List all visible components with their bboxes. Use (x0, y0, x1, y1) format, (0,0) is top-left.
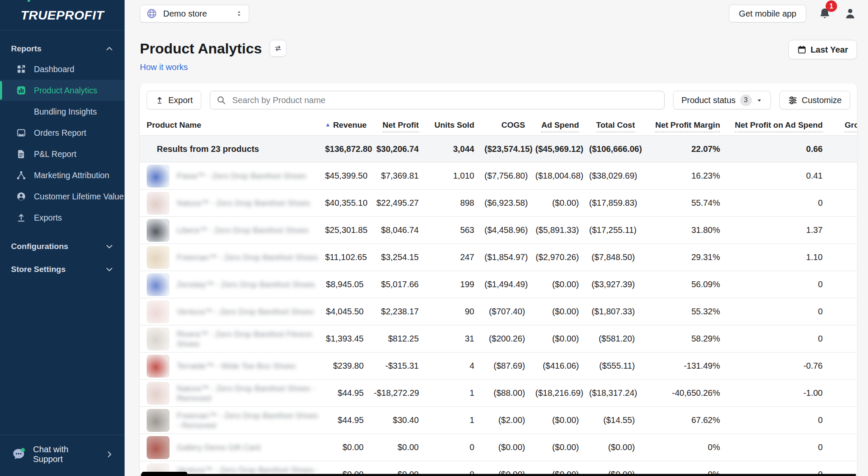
column-label: Gross Profit (845, 120, 857, 132)
cell-net-profit-on-ad-spend: 0 (725, 298, 828, 325)
cell-total-cost: ($38,029.69) (584, 162, 640, 190)
cell-units-sold: 0 (424, 434, 479, 461)
cell-cogs: ($6,923.58) (479, 190, 530, 217)
sidebar-item-exports[interactable]: Exports (0, 207, 125, 228)
refresh-button[interactable] (270, 40, 287, 57)
product-cell: Pawa™ - Zero Drop Barefoot Shoes (140, 162, 320, 190)
sidebar-item-product-analytics[interactable]: Product Analytics (0, 80, 125, 101)
summary-units-sold: 3,044 (424, 136, 479, 162)
cell-total-cost: ($3,927.39) (584, 271, 640, 298)
sidebar-item-customer-lifetime-value[interactable]: Customer Lifetime Value (0, 186, 125, 207)
column-label: Units Sold (434, 120, 474, 129)
sidebar-item-label: P&L Report (34, 149, 76, 159)
column-header-units-sold[interactable]: Units Sold (424, 115, 479, 136)
horizontal-scrollbar-track[interactable] (141, 474, 856, 476)
cell-net-profit-margin: 29.31% (640, 244, 725, 271)
notifications-button[interactable]: 1 (818, 7, 832, 20)
sidebar-item-marketing-attribution[interactable]: Marketing Attribution (0, 165, 125, 186)
product-name: Rivera™ - Zero Drop Barefoot Fitness Sho… (177, 329, 320, 349)
sidebar-section-store-settings[interactable]: Store Settings (0, 265, 125, 274)
get-mobile-app-button[interactable]: Get mobile app (729, 5, 806, 22)
column-header-product-name[interactable]: Product Name (140, 115, 320, 136)
table-row[interactable]: Libera™ - Zero Drop Barefoot Shoes$25,30… (140, 217, 857, 244)
column-header-gross-profit[interactable]: Gross Profit (828, 115, 857, 136)
summary-net-profit-margin: 22.07% (640, 136, 725, 162)
column-header-ad-spend[interactable]: Ad Spend (530, 115, 584, 136)
table-row[interactable]: Gallery Demo Gift Card$0.00$0.000($0.00)… (140, 434, 857, 461)
cell-ad-spend: ($18,004.68) (530, 162, 584, 190)
account-avatar-button[interactable] (843, 7, 857, 20)
cell-net-profit: -$18,272.29 (369, 380, 424, 407)
column-header-total-cost[interactable]: Total Cost (584, 115, 640, 136)
product-thumbnail (147, 436, 170, 459)
table-row[interactable]: Pawa™ - Zero Drop Barefoot Shoes$45,399.… (140, 162, 857, 190)
table-row[interactable]: Zenstep™ - Zero Drop Barefoot Shoes$8,94… (140, 271, 857, 298)
summary-net-profit-on-ad-spend: 0.66 (725, 136, 828, 162)
product-cell: Zenstep™ - Zero Drop Barefoot Shoes (140, 271, 320, 298)
summary-row: Results from 23 products$136,872.80$30,2… (140, 136, 857, 162)
cell-gross (828, 271, 857, 298)
customize-button[interactable]: Customize (779, 91, 850, 109)
horizontal-scrollbar-thumb[interactable] (142, 472, 187, 476)
product-name: Natura™ - Zero Drop Barefoot Shoes - Rem… (177, 384, 320, 403)
cell-revenue: $4,045.50 (320, 298, 369, 325)
cell-net-profit-margin: 55.32% (640, 298, 725, 325)
cell-total-cost: ($555.11) (584, 353, 640, 380)
sidebar-section-reports[interactable]: Reports (0, 44, 125, 53)
product-cell: Natura™ - Zero Drop Barefoot Shoes - Rem… (140, 380, 320, 407)
table-row[interactable]: Freeman™ - Zero Drop Barefoot Shoes - Re… (140, 407, 857, 434)
clv-icon (16, 191, 27, 202)
store-selector[interactable]: Demo store (140, 5, 249, 22)
trueprofit-logo-text: TRUEPROFIT (21, 8, 104, 22)
product-name: Gallery Demo Gift Card (177, 442, 260, 452)
cell-ad-spend: ($18,216.69) (530, 380, 584, 407)
cell-units-sold: 1 (424, 407, 479, 434)
product-status-filter[interactable]: Product status 3 (673, 91, 771, 109)
table-row[interactable]: Natura™ - Zero Drop Barefoot Shoes - Rem… (140, 380, 857, 407)
cell-cogs: ($1,854.97) (479, 244, 530, 271)
column-header-net-profit-on-ad-spend[interactable]: Net Profit on Ad Spend (725, 115, 828, 136)
product-analytics-icon (16, 85, 27, 96)
column-header-cogs[interactable]: COGS (479, 115, 530, 136)
attribution-icon (16, 170, 27, 181)
table-row[interactable]: Ventura™ - Zero Drop Barefoot Shoes$4,04… (140, 298, 857, 325)
table-row[interactable]: Rivera™ - Zero Drop Barefoot Fitness Sho… (140, 325, 857, 353)
table-row[interactable]: Terraide™ - Wide Toe Box Shoes$239.80-$3… (140, 353, 857, 380)
table-row[interactable]: Natura™ - Zero Drop Barefoot Shoes$40,35… (140, 190, 857, 217)
column-label: Revenue (333, 120, 367, 129)
cell-ad-spend: ($0.00) (530, 434, 584, 461)
sidebar-section-configurations[interactable]: Configurations (0, 242, 125, 251)
cell-cogs: ($0.00) (479, 434, 530, 461)
search-box (210, 91, 665, 109)
cell-net-profit-on-ad-spend: 0 (725, 325, 828, 353)
sidebar-item-label: Product Analytics (34, 86, 97, 95)
product-name: Freeman™ - Zero Drop Barefoot Shoes - Re… (177, 411, 320, 430)
product-name: Natura™ - Zero Drop Barefoot Shoes (177, 198, 310, 208)
cell-cogs: ($88.00) (479, 380, 530, 407)
cell-gross (828, 325, 857, 353)
sidebar-item-dashboard[interactable]: Dashboard (0, 59, 125, 80)
sidebar-item-bundling-insights[interactable]: Bundling Insights (0, 101, 125, 122)
column-header-net-profit[interactable]: Net Profit (369, 115, 424, 136)
sidebar-item-p-l-report[interactable]: P&L Report (0, 143, 125, 165)
how-it-works-link[interactable]: How it works (140, 62, 188, 72)
cell-net-profit: $22,495.27 (369, 190, 424, 217)
cell-net-profit: $30.40 (369, 407, 424, 434)
sidebar-item-orders-report[interactable]: Orders Report (0, 122, 125, 143)
cell-total-cost: ($0.00) (584, 434, 640, 461)
product-cell: Rivera™ - Zero Drop Barefoot Fitness Sho… (140, 325, 320, 353)
sidebar-item-label: Dashboard (34, 64, 74, 74)
product-thumbnail (147, 192, 170, 215)
table-toolbar: Export Product status 3 (140, 83, 857, 115)
export-button[interactable]: Export (147, 91, 201, 109)
cell-gross (828, 190, 857, 217)
sidebar-item-label: Marketing Attribution (34, 171, 109, 180)
chat-with-support[interactable]: Chat with Support (0, 435, 125, 476)
date-range-button[interactable]: Last Year (788, 40, 857, 59)
cell-net-profit-on-ad-spend: 0 (725, 271, 828, 298)
column-header-net-profit-margin[interactable]: Net Profit Margin (640, 115, 725, 136)
search-input[interactable] (231, 95, 658, 106)
column-header-revenue[interactable]: ▲Revenue (320, 115, 369, 136)
table-row[interactable]: Freeman™ - Zero Drop Barefoot Shoes$11,1… (140, 244, 857, 271)
export-label: Export (168, 95, 193, 105)
